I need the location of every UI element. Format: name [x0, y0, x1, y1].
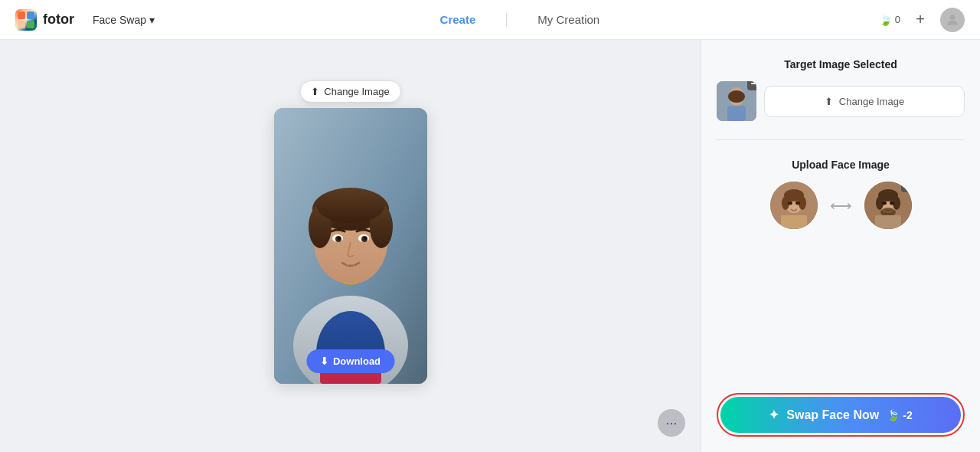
- nav-my-creation[interactable]: My Creation: [537, 13, 599, 26]
- download-icon: ⬇: [320, 355, 328, 367]
- fotor-logo-icon: [15, 9, 37, 31]
- right-change-image-button[interactable]: ⬆ Change Image: [764, 86, 965, 117]
- swap-arrow-icon: ⟷: [830, 196, 852, 215]
- delete-icon: [750, 81, 756, 87]
- change-image-label: Change Image: [324, 86, 389, 97]
- svg-rect-2: [18, 21, 25, 28]
- upload-face-title: Upload Face Image: [717, 159, 965, 171]
- svg-point-4: [950, 15, 956, 20]
- change-image-button[interactable]: ⬆ Change Image: [299, 80, 400, 103]
- face-swap-label: Face Swap: [93, 14, 146, 26]
- face-swap-visual: ⟷: [717, 182, 965, 229]
- header-actions: 🍃 0 +: [879, 8, 965, 32]
- svg-point-25: [358, 260, 361, 263]
- image-wrapper: ⬆ Change Image: [274, 108, 427, 384]
- logo: fotor: [15, 9, 74, 31]
- section-divider: [717, 139, 965, 140]
- svg-point-21: [364, 237, 367, 240]
- svg-point-23: [343, 260, 345, 263]
- svg-point-24: [355, 257, 358, 260]
- header: fotor Face Swap ▾ Create My Creation 🍃 0…: [0, 0, 980, 40]
- user-icon: [945, 12, 960, 28]
- svg-point-22: [340, 257, 342, 260]
- portrait-svg: [274, 108, 427, 384]
- source-face-circle: [770, 182, 818, 229]
- swap-credit-count: -2: [903, 409, 912, 421]
- nav-separator: [506, 13, 507, 27]
- download-button[interactable]: ⬇ Download: [306, 349, 394, 373]
- face-upload-section: Upload Face Image: [717, 159, 965, 229]
- svg-rect-40: [781, 215, 807, 229]
- portrait-placeholder: [274, 108, 427, 384]
- user-avatar[interactable]: [940, 8, 965, 32]
- source-face-svg: [770, 182, 818, 229]
- swap-face-now-button[interactable]: ✦ Swap Face Now 🍃 -2: [720, 397, 961, 433]
- nav-create[interactable]: Create: [440, 13, 476, 26]
- right-change-image-label: Change Image: [839, 96, 904, 107]
- face-swap-dropdown[interactable]: Face Swap ▾: [87, 11, 161, 29]
- credits-count: 0: [895, 14, 900, 25]
- source-face-image: [770, 182, 818, 229]
- logo-text: fotor: [43, 11, 74, 28]
- svg-point-47: [890, 201, 894, 205]
- right-panel: Target Image Selected: [701, 40, 980, 452]
- svg-point-46: [882, 201, 887, 205]
- chevron-down-icon: ▾: [149, 14, 155, 26]
- swap-credit-leaf: 🍃: [887, 409, 900, 421]
- more-options-button[interactable]: ···: [658, 409, 685, 437]
- svg-rect-32: [751, 83, 756, 84]
- svg-point-38: [788, 201, 792, 205]
- swap-credit-info: 🍃 -2: [887, 409, 912, 421]
- main-image-container: ⬇ Download: [274, 108, 427, 384]
- leaf-icon: 🍃: [879, 14, 892, 26]
- credits-badge: 🍃 0: [879, 14, 900, 26]
- swap-btn-label: Swap Face Now: [786, 408, 879, 422]
- svg-point-15: [317, 189, 384, 223]
- target-section-title: Target Image Selected: [717, 58, 965, 70]
- svg-rect-50: [905, 185, 911, 186]
- face-delete-button[interactable]: [901, 182, 912, 192]
- add-button[interactable]: +: [910, 9, 931, 31]
- upload-icon: ⬆: [311, 86, 319, 97]
- upload-icon-right: ⬆: [825, 96, 833, 107]
- swap-button-wrapper: ✦ Swap Face Now 🍃 -2: [717, 381, 965, 437]
- svg-rect-31: [727, 106, 746, 121]
- target-image-row: ⬆ Change Image: [717, 81, 965, 121]
- target-delete-button[interactable]: [747, 81, 756, 90]
- target-face-circle: [864, 182, 912, 229]
- swap-wand-icon: ✦: [769, 408, 779, 422]
- svg-point-27: [352, 264, 354, 266]
- svg-rect-49: [875, 215, 901, 229]
- canvas-area: ⬆ Change Image: [0, 40, 701, 452]
- main-nav: Create My Creation: [161, 13, 879, 27]
- face-delete-icon: [904, 182, 912, 189]
- svg-point-20: [338, 237, 341, 240]
- svg-point-30: [728, 90, 745, 103]
- svg-rect-0: [18, 11, 25, 19]
- svg-point-39: [795, 201, 800, 205]
- main-layout: ⬆ Change Image: [0, 40, 980, 452]
- svg-rect-3: [27, 21, 34, 28]
- svg-rect-1: [27, 11, 34, 19]
- target-thumbnail: [717, 81, 756, 121]
- swap-btn-outline: ✦ Swap Face Now 🍃 -2: [717, 393, 965, 437]
- download-label: Download: [333, 355, 381, 367]
- svg-point-26: [346, 264, 348, 266]
